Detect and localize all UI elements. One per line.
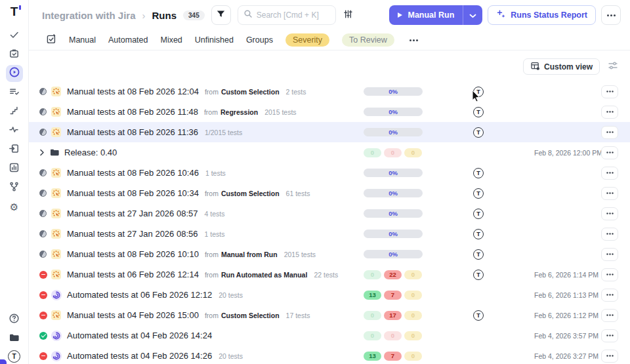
menu-cell <box>601 146 618 159</box>
row-menu-button[interactable] <box>601 268 618 281</box>
manual-run-button[interactable]: Manual Run <box>389 5 463 25</box>
ellipsis-icon <box>606 91 608 92</box>
row-menu-button[interactable] <box>601 248 618 261</box>
assignee-avatar[interactable]: T <box>473 188 484 199</box>
count-pill: 22 <box>384 270 402 279</box>
group-row[interactable]: Release: 0.40 000 Feb 8, 2026 12:00 PM <box>29 142 630 163</box>
row-menu-button[interactable] <box>601 106 618 119</box>
sidebar-item-projects[interactable] <box>6 331 23 348</box>
run-source: Run Automated as Manual <box>221 271 307 279</box>
sidebar-item-runs[interactable] <box>6 65 23 82</box>
assignee-avatar[interactable]: T <box>473 168 484 178</box>
ellipsis-icon <box>606 355 608 356</box>
assignee-avatar[interactable]: T <box>473 127 484 138</box>
sidebar-item-settings[interactable]: ⚙ <box>6 198 23 215</box>
row-menu-button[interactable] <box>601 126 618 139</box>
tab-automated[interactable]: Automated <box>108 35 148 45</box>
tests-count: 2015 tests <box>264 108 296 116</box>
manual-run-icon <box>51 168 61 178</box>
run-row[interactable]: Automated tests at 04 Feb 2026 14:24 000… <box>29 325 630 346</box>
account-avatar[interactable]: T <box>8 350 20 363</box>
assignee-avatar[interactable]: T <box>473 270 484 280</box>
assignee-avatar[interactable]: T <box>473 310 484 321</box>
run-row[interactable]: Manual tests at 08 Feb 2026 10:46 1 test… <box>29 163 630 183</box>
app-logo[interactable]: T <box>10 5 18 18</box>
run-row[interactable]: Manual tests at 27 Jan 2026 08:56 1 test… <box>29 224 630 244</box>
count-pill: 0 <box>364 331 381 340</box>
filter-button[interactable] <box>211 5 231 25</box>
tab-to-review[interactable]: To Review <box>342 33 394 47</box>
row-menu-button[interactable] <box>601 146 618 159</box>
tab-severity[interactable]: Severity <box>285 33 329 47</box>
assignee-avatar[interactable]: T <box>473 87 484 97</box>
corner-widget[interactable] <box>0 359 7 364</box>
sidebar-item-suites[interactable] <box>6 84 23 101</box>
row-menu-button[interactable] <box>601 167 618 180</box>
run-status-icon <box>39 190 51 197</box>
sidebar-item-tests[interactable] <box>6 27 23 44</box>
menu-cell <box>601 126 618 139</box>
row-menu-button[interactable] <box>601 350 618 363</box>
tab-mixed[interactable]: Mixed <box>160 35 182 45</box>
assignee-avatar[interactable]: T <box>473 249 484 260</box>
run-row[interactable]: Manual tests at 27 Jan 2026 08:57 4 test… <box>29 203 630 224</box>
ellipsis-icon <box>607 14 609 16</box>
row-menu-button[interactable] <box>601 85 618 98</box>
assignee-avatar[interactable]: T <box>473 209 484 219</box>
run-row[interactable]: Manual tests at 08 Feb 2026 10:10 from M… <box>29 244 630 264</box>
run-row[interactable]: Manual tests at 08 Feb 2026 12:04 from C… <box>29 81 630 102</box>
row-menu-button[interactable] <box>601 309 618 322</box>
adjustments-icon[interactable] <box>343 9 354 22</box>
progress-bar: 0% <box>364 87 423 96</box>
filter-tab-bar: Manual Automated Mixed Unfinished Groups… <box>29 30 630 51</box>
run-row[interactable]: Manual tests at 08 Feb 2026 11:48 from R… <box>29 102 630 122</box>
run-row[interactable]: Automated tests at 06 Feb 2026 12:12 20 … <box>29 285 630 305</box>
view-adjust-icon[interactable] <box>608 61 618 73</box>
assignee-avatar[interactable]: T <box>473 107 484 117</box>
row-menu-button[interactable] <box>601 228 618 241</box>
run-row[interactable]: Automated tests at 04 Feb 2026 14:26 20 … <box>29 346 630 364</box>
branch-icon <box>9 181 20 195</box>
sidebar-item-reports[interactable] <box>6 160 23 177</box>
run-title: Manual tests at 08 Feb 2026 10:34 <box>67 188 199 198</box>
run-title: Automated tests at 04 Feb 2026 14:24 <box>67 331 212 340</box>
custom-view-button[interactable]: Custom view <box>523 58 600 75</box>
row-menu-button[interactable] <box>601 187 618 200</box>
sidebar-item-analytics[interactable] <box>6 122 23 139</box>
tab-manual[interactable]: Manual <box>69 35 96 45</box>
check-icon <box>9 29 20 43</box>
ellipsis-icon <box>606 172 608 173</box>
run-source: Custom Selection <box>221 312 280 319</box>
tab-groups[interactable]: Groups <box>246 35 273 45</box>
group-chevron-icon[interactable] <box>39 149 50 156</box>
run-row[interactable]: Manual tests at 08 Feb 2026 11:36 1/2015… <box>29 122 630 142</box>
sidebar-item-test-plans[interactable] <box>6 46 23 63</box>
count-pills: 1370 <box>364 291 422 300</box>
more-tabs-icon[interactable] <box>410 39 411 41</box>
sidebar-item-steps[interactable] <box>6 103 23 120</box>
runs-status-report-button[interactable]: Runs Status Report <box>488 5 596 25</box>
ellipsis-icon <box>606 334 608 336</box>
more-actions-button[interactable] <box>601 5 621 25</box>
ellipsis-icon <box>606 152 608 153</box>
sidebar-item-branches[interactable] <box>6 179 23 196</box>
run-status-icon <box>39 210 51 217</box>
run-row[interactable]: Manual tests at 04 Feb 2026 15:00 from C… <box>29 305 630 325</box>
select-all-icon[interactable] <box>46 33 56 47</box>
breadcrumb-project[interactable]: Integration with Jira <box>42 10 136 21</box>
gear-icon: ⚙ <box>10 202 18 212</box>
search-input[interactable] <box>257 10 330 20</box>
tests-count: 61 tests <box>286 190 310 197</box>
sidebar-item-help[interactable] <box>6 311 23 328</box>
sidebar-item-import[interactable] <box>6 141 23 158</box>
assignee-cell: T <box>423 168 534 178</box>
row-menu-button[interactable] <box>601 207 618 220</box>
manual-run-dropdown-button[interactable] <box>463 5 482 25</box>
assignee-avatar[interactable]: T <box>473 229 484 239</box>
tab-unfinished[interactable]: Unfinished <box>195 35 234 45</box>
row-menu-button[interactable] <box>601 289 618 302</box>
run-row[interactable]: Manual tests at 06 Feb 2026 12:14 from R… <box>29 264 630 285</box>
run-row[interactable]: Manual tests at 08 Feb 2026 10:34 from C… <box>29 183 630 203</box>
count-pills: 000 <box>364 148 422 157</box>
row-menu-button[interactable] <box>601 329 618 342</box>
